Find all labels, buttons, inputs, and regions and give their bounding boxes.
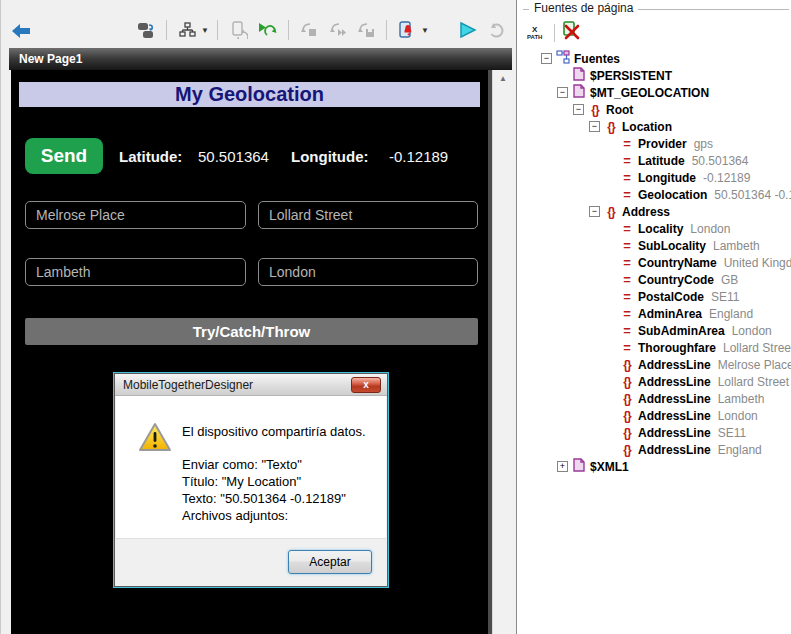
element-icon: {} xyxy=(619,426,635,440)
node-value: London xyxy=(690,222,730,236)
node-name: AddressLine xyxy=(638,409,711,423)
tree-item[interactable]: =ThoroughfareLollard Street xyxy=(517,339,791,356)
play-simulation-icon[interactable] xyxy=(456,19,480,41)
addressline4-field[interactable] xyxy=(258,258,478,286)
collapse-icon[interactable]: − xyxy=(589,121,600,132)
tree-item[interactable]: −{}Address xyxy=(517,203,791,220)
node-value: GB xyxy=(721,273,738,287)
tree-item[interactable]: =PostalCodeSE11 xyxy=(517,288,791,305)
node-name: Location xyxy=(622,120,672,134)
attribute-icon: = xyxy=(619,289,635,304)
device-alerts-icon[interactable] xyxy=(396,19,420,41)
tree-item[interactable]: {}AddressLineLambeth xyxy=(517,390,791,407)
tree-item[interactable]: −{}Root xyxy=(517,101,791,118)
addressline1-field[interactable] xyxy=(25,201,246,229)
tree-item[interactable]: =SubAdminAreaLondon xyxy=(517,322,791,339)
collapse-icon[interactable]: − xyxy=(589,206,600,217)
node-value: London xyxy=(718,409,758,423)
attribute-icon: = xyxy=(619,255,635,270)
dialog-line: Título: "My Location" xyxy=(182,473,346,490)
node-value: London xyxy=(732,324,772,338)
node-name: CountryName xyxy=(638,256,717,270)
try-catch-throw-button[interactable]: Try/Catch/Throw xyxy=(25,318,478,345)
tree-item[interactable]: {}AddressLineSE11 xyxy=(517,424,791,441)
attribute-icon: = xyxy=(619,153,635,168)
tree-item[interactable]: +$XML1 xyxy=(517,458,791,475)
node-name: AddressLine xyxy=(638,358,711,372)
tree-item[interactable]: −$MT_GEOLOCATION xyxy=(517,84,791,101)
element-icon: {} xyxy=(603,205,619,219)
scroll-up-icon[interactable]: ▲ xyxy=(493,70,513,87)
attribute-icon: = xyxy=(619,323,635,338)
expand-icon[interactable]: + xyxy=(557,461,568,472)
dialog-body: El dispositivo compartiría datos. Enviar… xyxy=(116,396,386,542)
source-icon xyxy=(571,458,587,475)
back-arrow-icon[interactable] xyxy=(9,20,33,42)
attribute-icon: = xyxy=(619,272,635,287)
tree-item[interactable]: =Longitude-0.12189 xyxy=(517,169,791,186)
send-button[interactable]: Send xyxy=(25,138,103,174)
tree-item[interactable]: =Providergps xyxy=(517,135,791,152)
node-value: Lollard Street xyxy=(718,375,789,389)
collapse-icon[interactable]: − xyxy=(573,104,584,115)
device-alerts-caret[interactable]: ▼ xyxy=(421,26,429,35)
attribute-icon: = xyxy=(619,238,635,253)
accept-button[interactable]: Aceptar xyxy=(288,550,372,574)
sources-tree: −Fuentes$PERSISTENT−$MT_GEOLOCATION−{}Ro… xyxy=(517,50,791,634)
tree-item[interactable]: =CountryNameUnited Kingdom xyxy=(517,254,791,271)
canvas-vertical-scrollbar[interactable]: ▲ xyxy=(492,70,513,634)
hierarchy-dropdown-caret[interactable]: ▼ xyxy=(201,26,209,35)
node-value: 50.501364 xyxy=(692,154,749,168)
node-name: SubAdminArea xyxy=(638,324,725,338)
source-icon xyxy=(571,67,587,84)
tree-item[interactable]: $PERSISTENT xyxy=(517,67,791,84)
node-value: -0.12189 xyxy=(703,171,750,185)
dialog-footer: Aceptar xyxy=(116,538,386,585)
page-flow-icon[interactable] xyxy=(134,19,158,41)
hierarchy-icon[interactable] xyxy=(176,19,200,41)
tree-item[interactable]: −Fuentes xyxy=(517,50,791,67)
node-name: PostalCode xyxy=(638,290,704,304)
attribute-icon: = xyxy=(619,340,635,355)
node-name: Longitude xyxy=(638,171,696,185)
main-toolbar: ▼ xyxy=(1,0,517,47)
remove-source-icon[interactable] xyxy=(561,21,581,45)
element-icon: {} xyxy=(619,443,635,457)
app-header-label: My Geolocation xyxy=(19,82,480,107)
tree-item[interactable]: =Latitude50.501364 xyxy=(517,152,791,169)
addressline2-field[interactable] xyxy=(258,201,478,229)
tree-item[interactable]: =Geolocation50.501364 -0.12189 xyxy=(517,186,791,203)
node-name: Thoroughfare xyxy=(638,341,716,355)
dialog-line: Texto: "50.501364 -0.12189" xyxy=(182,490,346,507)
collapse-icon[interactable]: − xyxy=(541,53,552,64)
tree-item[interactable]: {}AddressLineLollard Street xyxy=(517,373,791,390)
dialog-message: El dispositivo compartiría datos. xyxy=(182,424,366,439)
save-on-device-icon xyxy=(354,19,378,41)
node-name: Address xyxy=(622,205,670,219)
collapse-icon[interactable]: − xyxy=(557,87,568,98)
xpath-icon[interactable]: XPATH xyxy=(527,26,542,40)
tree-item[interactable]: −{}Location xyxy=(517,118,791,135)
run-simulation-icon[interactable] xyxy=(255,19,279,41)
node-name: SubLocality xyxy=(638,239,706,253)
tree-item[interactable]: {}AddressLineMelrose Place xyxy=(517,356,791,373)
node-value: Lollard Street xyxy=(723,341,791,355)
dialog-line: Archivos adjuntos: xyxy=(182,507,346,524)
node-value: England xyxy=(718,443,762,457)
node-name: $XML1 xyxy=(590,460,629,474)
node-name: AddressLine xyxy=(638,443,711,457)
tree-item[interactable]: =CountryCodeGB xyxy=(517,271,791,288)
tree-item[interactable]: =SubLocalityLambeth xyxy=(517,237,791,254)
element-icon: {} xyxy=(587,103,603,117)
addressline3-field[interactable] xyxy=(25,258,246,286)
node-value: SE11 xyxy=(711,290,739,304)
reload-on-device-icon xyxy=(227,19,251,41)
tree-item[interactable]: {}AddressLineLondon xyxy=(517,407,791,424)
node-value: England xyxy=(709,307,753,321)
tree-item[interactable]: =AdminAreaEngland xyxy=(517,305,791,322)
warning-icon xyxy=(138,422,172,457)
tree-item[interactable]: {}AddressLineEngland xyxy=(517,441,791,458)
latitude-value: 50.501364 xyxy=(198,148,269,165)
tree-item[interactable]: =LocalityLondon xyxy=(517,220,791,237)
dialog-close-icon[interactable]: x xyxy=(351,377,381,393)
